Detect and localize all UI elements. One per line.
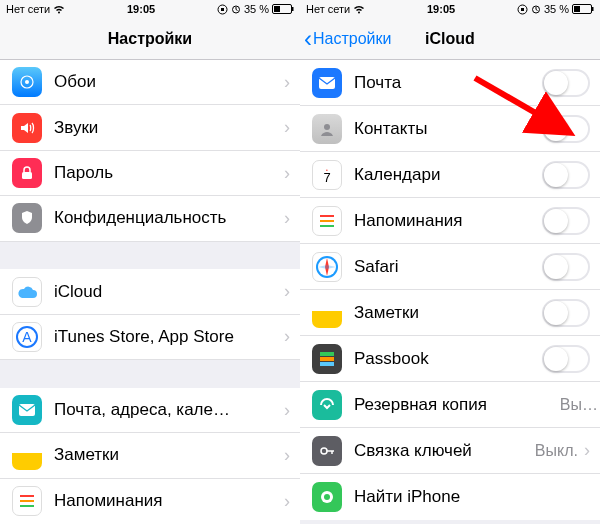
- row-label: Заметки: [54, 445, 280, 465]
- find-iphone-icon: [312, 482, 342, 512]
- status-time: 19:05: [427, 3, 455, 15]
- row-label: Обои: [54, 72, 280, 92]
- nav-title: iCloud: [425, 30, 475, 48]
- chevron-right-icon: ›: [280, 326, 300, 347]
- notes-icon: [312, 298, 342, 328]
- privacy-icon: [12, 203, 42, 233]
- row-label: iTunes Store, App Store: [54, 327, 280, 347]
- carrier-label: Нет сети: [306, 3, 350, 15]
- row-label: Найти iPhone: [354, 487, 600, 507]
- mail-icon: [12, 395, 42, 425]
- notes-icon: [12, 440, 42, 470]
- chevron-right-icon: ›: [280, 117, 300, 138]
- row-label: Контакты: [354, 119, 542, 139]
- svg-rect-11: [19, 404, 35, 416]
- row-contacts[interactable]: Контакты: [300, 106, 600, 152]
- row-privacy[interactable]: Конфиденциальность ›: [0, 196, 300, 241]
- row-notes[interactable]: Заметки ›: [0, 433, 300, 478]
- row-label: Календари: [354, 165, 542, 185]
- chevron-right-icon: ›: [280, 445, 300, 466]
- left-phone: Нет сети 19:05 35 % Настройки Обои › Зву…: [0, 0, 300, 524]
- backup-icon: [312, 390, 342, 420]
- chevron-right-icon: ›: [280, 72, 300, 93]
- contacts-icon: [312, 114, 342, 144]
- nav-bar: Настройки: [0, 18, 300, 60]
- passbook-icon: [312, 344, 342, 374]
- row-mail[interactable]: Почта: [300, 60, 600, 106]
- row-find-iphone[interactable]: Найти iPhone: [300, 474, 600, 520]
- lock-icon: [12, 158, 42, 188]
- wifi-icon: [353, 5, 365, 14]
- reminders-toggle[interactable]: [542, 207, 590, 235]
- row-label: Почта: [354, 73, 542, 93]
- nav-title: Настройки: [108, 30, 192, 48]
- passbook-toggle[interactable]: [542, 345, 590, 373]
- reminders-icon: [312, 206, 342, 236]
- row-passcode[interactable]: Пароль ›: [0, 151, 300, 196]
- row-label: Связка ключей: [354, 441, 535, 461]
- settings-list: Обои › Звуки › Пароль › Конфиденциальнос…: [0, 60, 300, 524]
- row-label: Passbook: [354, 349, 542, 369]
- row-value: Вы…: [560, 396, 600, 414]
- svg-rect-20: [592, 7, 594, 11]
- svg-rect-1: [221, 8, 224, 11]
- svg-rect-31: [320, 357, 334, 361]
- back-label: Настройки: [313, 30, 391, 48]
- row-reminders[interactable]: Напоминания ›: [0, 479, 300, 524]
- row-notes[interactable]: Заметки: [300, 290, 600, 336]
- lock-rotation-icon: [217, 4, 228, 15]
- safari-icon: [312, 252, 342, 282]
- svg-text:7: 7: [323, 170, 330, 185]
- calendars-toggle[interactable]: [542, 161, 590, 189]
- row-label: Заметки: [354, 303, 542, 323]
- nav-bar: ‹ Настройки iCloud: [300, 18, 600, 60]
- chevron-left-icon: ‹: [304, 27, 312, 51]
- mail-icon: [312, 68, 342, 98]
- row-sounds[interactable]: Звуки ›: [0, 105, 300, 150]
- row-icloud[interactable]: iCloud ›: [0, 269, 300, 314]
- contacts-toggle[interactable]: [542, 115, 590, 143]
- svg-rect-8: [22, 172, 32, 179]
- row-itunes-appstore[interactable]: A iTunes Store, App Store ›: [0, 315, 300, 360]
- group-separator: [0, 242, 300, 270]
- status-bar: Нет сети 19:05 35 %: [300, 0, 600, 18]
- row-backup[interactable]: Резервная копия Вы…: [300, 382, 600, 428]
- svg-point-22: [324, 124, 330, 130]
- row-wallpaper[interactable]: Обои ›: [0, 60, 300, 105]
- battery-icon: [272, 4, 294, 14]
- lock-rotation-icon: [517, 4, 528, 15]
- alarm-icon: [231, 4, 241, 14]
- svg-rect-30: [320, 352, 334, 356]
- icloud-list: Почта Контакты •7 Календари Напоминания: [300, 60, 600, 524]
- row-label: Safari: [354, 257, 542, 277]
- row-reminders[interactable]: Напоминания: [300, 198, 600, 244]
- calendar-icon: •7: [312, 160, 342, 190]
- group-separator: [0, 360, 300, 388]
- carrier-label: Нет сети: [6, 3, 50, 15]
- battery-percent: 35 %: [544, 3, 569, 15]
- chevron-right-icon: ›: [280, 281, 300, 302]
- row-safari[interactable]: Safari: [300, 244, 600, 290]
- row-calendars[interactable]: •7 Календари: [300, 152, 600, 198]
- svg-rect-5: [292, 7, 294, 11]
- appstore-icon: A: [12, 322, 42, 352]
- svg-rect-4: [274, 6, 280, 12]
- row-label: Напоминания: [54, 491, 280, 511]
- row-passbook[interactable]: Passbook: [300, 336, 600, 382]
- svg-rect-19: [574, 6, 580, 12]
- chevron-right-icon: ›: [280, 400, 300, 421]
- row-keychain[interactable]: Связка ключей Выкл. ›: [300, 428, 600, 474]
- icloud-icon: [12, 277, 42, 307]
- row-label: Пароль: [54, 163, 280, 183]
- row-mail-contacts-calendars[interactable]: Почта, адреса, кале… ›: [0, 388, 300, 433]
- chevron-right-icon: ›: [280, 491, 300, 512]
- safari-toggle[interactable]: [542, 253, 590, 281]
- notes-toggle[interactable]: [542, 299, 590, 327]
- svg-point-7: [25, 80, 29, 84]
- mail-toggle[interactable]: [542, 69, 590, 97]
- status-time: 19:05: [127, 3, 155, 15]
- sounds-icon: [12, 113, 42, 143]
- svg-rect-16: [521, 8, 524, 11]
- back-button[interactable]: ‹ Настройки: [304, 27, 391, 51]
- wifi-icon: [53, 5, 65, 14]
